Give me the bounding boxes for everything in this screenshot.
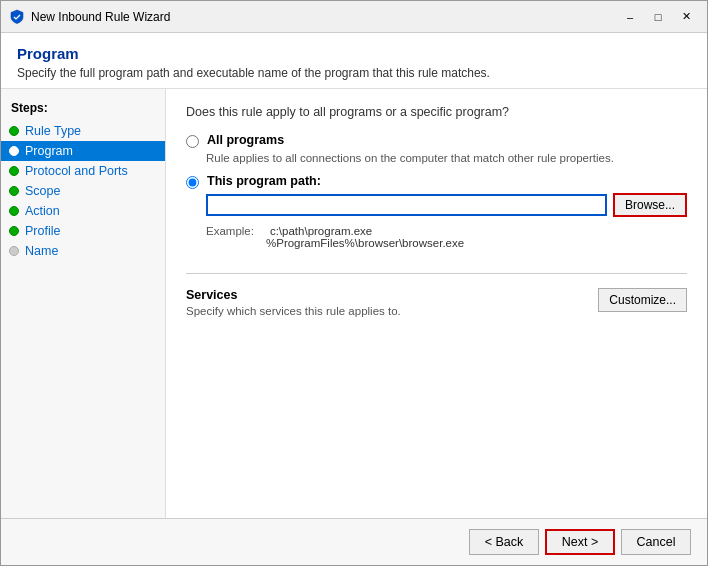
- example-block: Example: c:\path\program.exe %ProgramFil…: [206, 225, 687, 249]
- sidebar-item-name[interactable]: Name: [1, 241, 165, 261]
- services-section: Services Specify which services this rul…: [186, 273, 687, 317]
- sidebar: Steps: Rule Type Program Protocol and Po…: [1, 89, 166, 518]
- maximize-button[interactable]: □: [645, 7, 671, 27]
- sidebar-label: Steps:: [1, 97, 165, 121]
- program-path-input-row: Browse...: [206, 193, 687, 217]
- wizard-header: Program Specify the full program path an…: [1, 33, 707, 89]
- sidebar-label-program: Program: [25, 144, 73, 158]
- wizard-footer: < Back Next > Cancel: [1, 518, 707, 565]
- wizard-window: New Inbound Rule Wizard – □ ✕ Program Sp…: [0, 0, 708, 566]
- radio-this-program[interactable]: [186, 176, 199, 189]
- option-row-all: All programs: [186, 133, 687, 148]
- radio-all-programs[interactable]: [186, 135, 199, 148]
- sidebar-label-scope: Scope: [25, 184, 60, 198]
- dot-profile: [9, 226, 19, 236]
- wizard-content: Program Specify the full program path an…: [1, 33, 707, 565]
- wizard-body: Steps: Rule Type Program Protocol and Po…: [1, 89, 707, 518]
- option-row-program-path: This program path:: [186, 174, 687, 189]
- minimize-button[interactable]: –: [617, 7, 643, 27]
- dot-action: [9, 206, 19, 216]
- sidebar-label-action: Action: [25, 204, 60, 218]
- next-button[interactable]: Next >: [545, 529, 615, 555]
- sidebar-item-action[interactable]: Action: [1, 201, 165, 221]
- dot-name: [9, 246, 19, 256]
- dot-program: [9, 146, 19, 156]
- label-all-programs[interactable]: All programs: [207, 133, 284, 147]
- services-title: Services: [186, 288, 401, 302]
- dot-scope: [9, 186, 19, 196]
- page-title: Program: [17, 45, 691, 62]
- title-bar: New Inbound Rule Wizard – □ ✕: [1, 1, 707, 33]
- customize-button[interactable]: Customize...: [598, 288, 687, 312]
- example-value-1: c:\path\program.exe: [270, 225, 372, 237]
- cancel-button[interactable]: Cancel: [621, 529, 691, 555]
- sidebar-label-rule-type: Rule Type: [25, 124, 81, 138]
- label-this-program[interactable]: This program path:: [207, 174, 321, 188]
- example-label: Example:: [206, 225, 254, 237]
- title-bar-left: New Inbound Rule Wizard: [9, 9, 170, 25]
- title-text: New Inbound Rule Wizard: [31, 10, 170, 24]
- services-header: Services Specify which services this rul…: [186, 288, 687, 317]
- close-button[interactable]: ✕: [673, 7, 699, 27]
- option-group-all: All programs Rule applies to all connect…: [186, 133, 687, 164]
- sidebar-label-name: Name: [25, 244, 58, 258]
- dot-protocol-ports: [9, 166, 19, 176]
- example-value-2: %ProgramFiles%\browser\browser.exe: [266, 237, 464, 249]
- sidebar-item-profile[interactable]: Profile: [1, 221, 165, 241]
- sidebar-label-protocol-ports: Protocol and Ports: [25, 164, 128, 178]
- services-description: Specify which services this rule applies…: [186, 305, 401, 317]
- sidebar-item-rule-type[interactable]: Rule Type: [1, 121, 165, 141]
- sidebar-label-profile: Profile: [25, 224, 60, 238]
- main-question: Does this rule apply to all programs or …: [186, 105, 687, 119]
- page-description: Specify the full program path and execut…: [17, 66, 691, 80]
- browse-button[interactable]: Browse...: [613, 193, 687, 217]
- sidebar-item-protocol-ports[interactable]: Protocol and Ports: [1, 161, 165, 181]
- shield-icon: [9, 9, 25, 25]
- option-group-program-path: This program path: Browse... Example: c:…: [186, 174, 687, 249]
- main-content: Does this rule apply to all programs or …: [166, 89, 707, 518]
- sidebar-item-scope[interactable]: Scope: [1, 181, 165, 201]
- services-text: Services Specify which services this rul…: [186, 288, 401, 317]
- back-button[interactable]: < Back: [469, 529, 539, 555]
- dot-rule-type: [9, 126, 19, 136]
- sidebar-item-program[interactable]: Program: [1, 141, 165, 161]
- desc-all-programs: Rule applies to all connections on the c…: [206, 152, 687, 164]
- title-bar-controls: – □ ✕: [617, 7, 699, 27]
- program-path-input[interactable]: [206, 194, 607, 216]
